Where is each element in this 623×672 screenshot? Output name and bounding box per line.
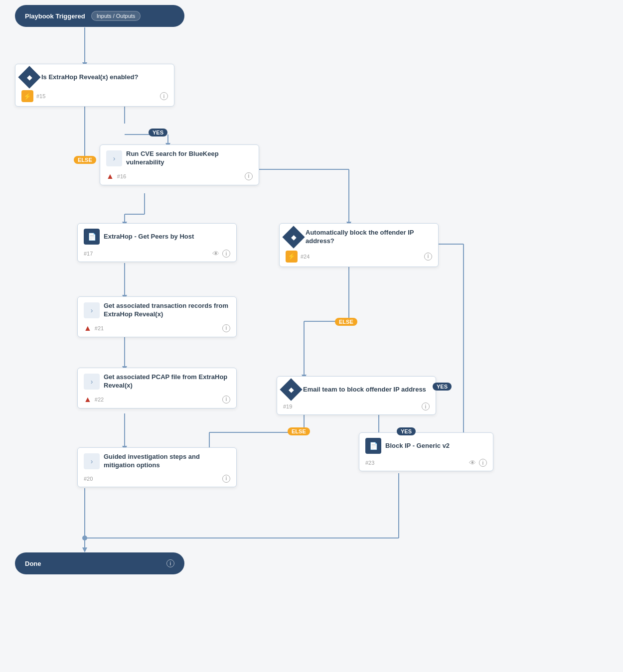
warn-icon-22: ▲: [84, 395, 92, 404]
node-22-num: #22: [95, 397, 219, 403]
trigger-pill[interactable]: Playbook Triggered Inputs / Outputs: [15, 5, 184, 27]
node-19-title: Email team to block offender IP address: [303, 386, 426, 394]
info-icon-22[interactable]: i: [222, 396, 230, 403]
action-icon-21: ›: [84, 302, 100, 318]
condition-icon-19: ◆: [280, 378, 302, 401]
yes-badge-n19: YES: [397, 427, 416, 435]
eye-icon-23[interactable]: 👁: [469, 459, 476, 467]
warn-icon-21: ▲: [84, 324, 92, 333]
node-17[interactable]: 📄 ExtraHop - Get Peers by Host #17 👁 i: [77, 223, 237, 262]
node-16-num: #16: [117, 173, 242, 179]
action-icon-22: ›: [84, 374, 100, 390]
node-17-num: #17: [84, 251, 209, 257]
node-22-title: Get associated PCAP file from ExtraHop R…: [104, 373, 230, 390]
node-15-num: #15: [36, 93, 157, 99]
node-15-title: Is ExtraHop Reveal(x) enabled?: [41, 73, 138, 82]
warn-icon-16: ▲: [106, 172, 114, 181]
info-icon-24[interactable]: i: [424, 253, 432, 261]
node-20-num: #20: [84, 476, 219, 482]
inputs-outputs-button[interactable]: Inputs / Outputs: [91, 11, 141, 21]
done-pill[interactable]: Done i: [15, 552, 184, 574]
else-badge-n19: ELSE: [288, 427, 310, 435]
action-icon-16: ›: [106, 150, 122, 166]
node-24-title: Automatically block the offender IP addr…: [306, 229, 432, 246]
node-16[interactable]: › Run CVE search for BlueKeep vulnerabil…: [100, 144, 259, 185]
node-24-num: #24: [301, 254, 421, 260]
node-23-title: Block IP - Generic v2: [385, 442, 450, 450]
trigger-label: Playbook Triggered: [25, 12, 85, 20]
badge-lightning-24: ⚡: [286, 251, 298, 263]
playbook-canvas: Playbook Triggered Inputs / Outputs ELSE…: [0, 0, 623, 672]
condition-icon-24: ◆: [282, 226, 305, 248]
badge-lightning-15: ⚡: [21, 90, 33, 102]
node-15[interactable]: ◆ Is ExtraHop Reveal(x) enabled? ⚡ #15 i: [15, 64, 174, 107]
node-23-num: #23: [365, 460, 466, 466]
info-icon-15[interactable]: i: [160, 92, 168, 100]
svg-point-44: [82, 536, 87, 540]
info-icon-16[interactable]: i: [245, 172, 253, 180]
node-23[interactable]: 📄 Block IP - Generic v2 #23 👁 i: [359, 432, 493, 471]
node-24[interactable]: ◆ Automatically block the offender IP ad…: [279, 223, 439, 267]
node-22[interactable]: › Get associated PCAP file from ExtraHop…: [77, 368, 237, 408]
node-21-title: Get associated transaction records from …: [104, 302, 230, 319]
node-20[interactable]: › Guided investigation steps and mitigat…: [77, 447, 237, 487]
info-icon-done[interactable]: i: [166, 559, 174, 567]
yes-badge-n15: YES: [149, 129, 167, 136]
info-icon-21[interactable]: i: [222, 324, 230, 332]
action-icon-20: ›: [84, 453, 100, 469]
node-20-title: Guided investigation steps and mitigatio…: [104, 453, 230, 470]
info-icon-23[interactable]: i: [479, 459, 487, 467]
info-icon-17[interactable]: i: [222, 250, 230, 258]
node-16-title: Run CVE search for BlueKeep vulnerabilit…: [126, 150, 253, 167]
doc-icon-17: 📄: [84, 229, 100, 245]
else-badge-n15: ELSE: [74, 156, 96, 164]
info-icon-19[interactable]: i: [422, 403, 430, 410]
yes-badge-n24: YES: [433, 383, 452, 391]
svg-marker-41: [82, 547, 87, 552]
info-icon-20[interactable]: i: [222, 475, 230, 483]
node-19[interactable]: ◆ Email team to block offender IP addres…: [277, 376, 436, 415]
node-19-num: #19: [283, 403, 419, 409]
else-badge-n24: ELSE: [335, 318, 357, 326]
done-label: Done: [25, 560, 41, 567]
node-21-num: #21: [95, 325, 219, 331]
node-21[interactable]: › Get associated transaction records fro…: [77, 296, 237, 337]
node-17-title: ExtraHop - Get Peers by Host: [104, 233, 194, 241]
eye-icon-17[interactable]: 👁: [212, 250, 219, 258]
doc-icon-23: 📄: [365, 438, 381, 454]
condition-icon-15: ◆: [18, 66, 40, 88]
